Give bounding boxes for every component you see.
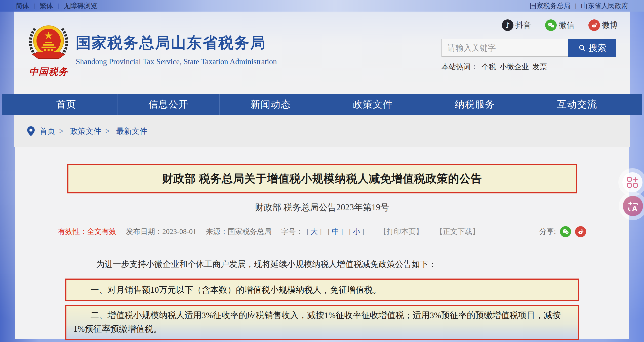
site-title-block: 国家税务总局山东省税务局 Shandong Provincial Tax Ser… (76, 33, 277, 66)
hot-word-small-business[interactable]: 小微企业 (500, 62, 529, 72)
location-pin-icon (26, 126, 35, 136)
share-label: 分享: (539, 227, 556, 237)
nav-item-tax-services[interactable]: 纳税服务 (424, 94, 526, 115)
hot-word-personal-tax[interactable]: 个税 (481, 62, 496, 72)
translate-button[interactable]: A (623, 196, 643, 216)
source: 来源：国家税务总局 (206, 227, 272, 237)
government-links: 国家税务总局 | 山东省人民政府 (530, 1, 628, 10)
nav-item-policy-documents[interactable]: 政策文件 (322, 94, 424, 115)
hot-word-invoice[interactable]: 发票 (532, 62, 547, 72)
svg-text:A: A (632, 205, 637, 213)
separator: | (58, 2, 59, 10)
nav-item-news[interactable]: 新闻动态 (219, 94, 321, 115)
site-header: 中国税务 国家税务总局山东省税务局 Shandong Provincial Ta… (14, 12, 630, 94)
site-title: 国家税务总局山东省税务局 (76, 33, 277, 53)
breadcrumb-band: 首页> 政策文件> 最新文件 (14, 115, 630, 147)
main-navigation: 首页 信息公开 新闻动态 政策文件 纳税服务 互动交流 (2, 94, 642, 115)
share-controls: 分享: (539, 226, 586, 237)
breadcrumb-policy-documents[interactable]: 政策文件 (70, 126, 101, 136)
search-button[interactable]: 搜索 (568, 39, 616, 57)
font-size-label: 字号： (281, 227, 303, 237)
clause-2-text: 二、增值税小规模纳税人适用3%征收率的应税销售收入，减按1%征收率征收增值税；适… (73, 309, 571, 336)
nav-item-home[interactable]: 首页 (15, 94, 117, 115)
font-size-large-button[interactable]: [大] (304, 227, 324, 237)
floating-tools: A (619, 192, 644, 220)
hot-words: 本站热词： 个税 小微企业 发票 (441, 62, 618, 72)
logo-script-text: 中国税务 (26, 65, 71, 78)
validity: 有效性：全文有效 (58, 227, 116, 237)
search-input[interactable] (441, 39, 568, 57)
wechat-icon (545, 19, 557, 31)
tax-emblem-icon (26, 60, 71, 65)
nav-item-interaction[interactable]: 互动交流 (526, 94, 628, 115)
douyin-label: 抖音 (515, 20, 531, 30)
link-accessibility[interactable]: 无障碍浏览 (63, 1, 97, 10)
douyin-link[interactable]: ♪ 抖音 (502, 19, 531, 31)
weibo-icon (588, 19, 600, 31)
weibo-link[interactable]: 微博 (588, 19, 618, 31)
page: 简体 | 繁体 | 无障碍浏览 国家税务总局 | 山东省人民政府 (0, 0, 644, 342)
search-icon (578, 44, 586, 52)
breadcrumb-separator: > (105, 127, 109, 136)
font-size-small-button[interactable]: [小] (346, 227, 367, 237)
separator: | (34, 2, 35, 10)
article-title-box: 财政部 税务总局关于增值税小规模纳税人减免增值税政策的公告 (67, 164, 577, 193)
font-size-medium-button[interactable]: [中] (325, 227, 345, 237)
breadcrumb-separator: > (59, 127, 63, 136)
wechat-label: 微信 (559, 20, 574, 30)
link-shandong-government[interactable]: 山东省人民政府 (581, 1, 628, 10)
link-simplified-chinese[interactable]: 简体 (16, 1, 29, 10)
site-logo[interactable]: 中国税务 (26, 21, 71, 78)
clause-box-2: 二、增值税小规模纳税人适用3%征收率的应税销售收入，减按1%征收率征收增值税；适… (65, 305, 579, 340)
language-links: 简体 | 繁体 | 无障碍浏览 (16, 1, 97, 10)
translate-icon: A (626, 199, 639, 213)
douyin-icon: ♪ (502, 19, 513, 31)
separator: | (575, 2, 576, 10)
link-state-taxation-administration[interactable]: 国家税务总局 (530, 1, 571, 10)
article-title: 财政部 税务总局关于增值税小规模纳税人减免增值税政策的公告 (73, 171, 571, 186)
share-wechat-icon[interactable] (560, 226, 571, 237)
document-number: 财政部 税务总局公告2023年第19号 (15, 202, 629, 213)
clause-box-1: 一、对月销售额10万元以下（含本数）的增值税小规模纳税人，免征增值税。 (65, 279, 579, 301)
link-traditional-chinese[interactable]: 繁体 (39, 1, 53, 10)
search-button-label: 搜索 (589, 42, 606, 54)
article-panel: 财政部 税务总局关于增值税小规模纳税人减免增值税政策的公告 财政部 税务总局公告… (15, 147, 629, 339)
print-page-button[interactable]: 【打印本页】 (379, 227, 423, 237)
share-weibo-icon[interactable] (575, 226, 586, 237)
top-utility-bar: 简体 | 繁体 | 无障碍浏览 国家税务总局 | 山东省人民政府 (0, 0, 644, 12)
hot-words-label: 本站热词： (441, 62, 478, 72)
social-links: ♪ 抖音 (441, 17, 618, 33)
download-text-button[interactable]: 【正文下载】 (436, 227, 479, 237)
weibo-label: 微博 (602, 20, 618, 30)
breadcrumb-home[interactable]: 首页 (39, 126, 55, 136)
article-intro-paragraph: 为进一步支持小微企业和个体工商户发展，现将延续小规模纳税人增值税减免政策公告如下… (73, 258, 571, 270)
clause-1-text: 一、对月销售额10万元以下（含本数）的增值税小规模纳税人，免征增值税。 (73, 284, 571, 296)
header-right: ♪ 抖音 (441, 17, 618, 72)
wechat-link[interactable]: 微信 (545, 19, 574, 31)
search-bar: 搜索 (441, 39, 618, 57)
article-meta-row: 有效性：全文有效 发布日期：2023-08-01 来源：国家税务总局 字号： [… (15, 226, 629, 237)
grid-sparkle-icon (626, 176, 639, 189)
nav-item-information-disclosure[interactable]: 信息公开 (117, 94, 219, 115)
site-subtitle-english: Shandong Provincial Tax Service, State T… (76, 57, 277, 66)
extension-apps-button[interactable] (622, 172, 642, 192)
breadcrumb-latest-documents[interactable]: 最新文件 (116, 126, 147, 136)
publish-date: 发布日期：2023-08-01 (126, 227, 196, 237)
font-size-controls: 字号： [大] [中] [小] (281, 227, 367, 237)
breadcrumb: 首页> 政策文件> 最新文件 (26, 126, 147, 136)
